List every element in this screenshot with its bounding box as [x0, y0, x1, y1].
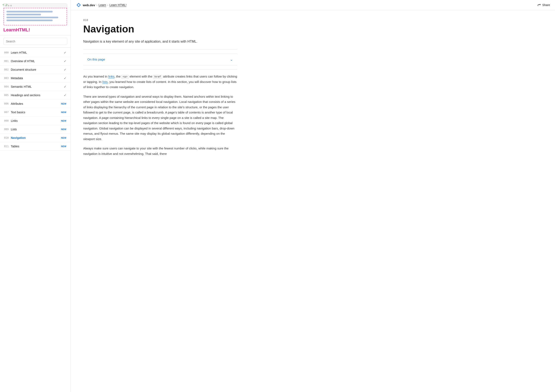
- nav-label: Links: [11, 119, 61, 122]
- browser-line-2: [7, 14, 41, 15]
- sidebar-item-links[interactable]: 008 Links NEW: [0, 117, 71, 125]
- search-area: [0, 35, 71, 48]
- check-icon: ✓: [64, 93, 66, 97]
- sidebar-item-text-basics[interactable]: 007 Text basics NEW: [0, 108, 71, 117]
- nav-label: Attributes: [11, 102, 61, 105]
- nav-label: Navigation: [11, 136, 61, 139]
- sidebar-item-headings[interactable]: 005 Headings and sections ✓: [0, 91, 71, 100]
- nav-number: 004: [4, 85, 11, 88]
- nav-number: 007: [4, 111, 11, 114]
- sidebar-item-learn-html[interactable]: 000 Learn HTML ✓: [0, 49, 71, 57]
- section-number: 010: [83, 19, 237, 21]
- browser-titlebar: [4, 4, 67, 8]
- nav-label: Document structure: [11, 68, 64, 71]
- nav-label: Headings and sections: [11, 93, 64, 97]
- divider-2: [83, 69, 237, 70]
- check-icon: ✓: [64, 51, 66, 54]
- nav-number: 001: [4, 60, 11, 63]
- new-badge: NEW: [61, 136, 66, 139]
- sidebar-item-attributes[interactable]: 006 Attributes NEW: [0, 100, 71, 108]
- check-icon: ✓: [64, 68, 66, 71]
- sidebar-item-semantic[interactable]: 004 Semantic HTML ✓: [0, 83, 71, 91]
- browser-controls: < >: [2, 3, 8, 7]
- nav-number: 011: [4, 145, 11, 148]
- sidebar-logo: LearnHTML!: [3, 27, 67, 33]
- new-badge: NEW: [61, 120, 66, 122]
- share-button[interactable]: Share: [538, 3, 550, 7]
- nav-label: Metadata: [11, 77, 64, 80]
- lists-link[interactable]: lists: [102, 80, 108, 84]
- nav-number: 009: [4, 128, 11, 131]
- sidebar-item-overview[interactable]: 001 Overview of HTML ✓: [0, 57, 71, 65]
- nav-number: 003: [4, 77, 11, 80]
- topbar: web.dev › Learn › Learn HTML! Share: [71, 0, 555, 10]
- webdev-logo-text: web.dev: [83, 3, 95, 7]
- divider-1: [83, 49, 237, 50]
- page-title: Navigation: [83, 23, 237, 35]
- breadcrumb: web.dev › Learn › Learn HTML!: [76, 2, 126, 8]
- page-subtitle: Navigation is a key element of any site …: [83, 39, 237, 44]
- on-this-page-toggle[interactable]: On this page ⌄: [83, 54, 237, 65]
- logo-plain: Learn: [3, 27, 16, 32]
- nav-number: 005: [4, 94, 11, 97]
- main-content: web.dev › Learn › Learn HTML! Share 010 …: [71, 0, 555, 392]
- links-link[interactable]: links: [108, 75, 114, 78]
- chevron-left-icon[interactable]: <: [2, 3, 4, 7]
- sidebar: < > LearnHTML! 000 Learn HTML: [0, 0, 71, 392]
- sidebar-item-metadata[interactable]: 003 Metadata ✓: [0, 74, 71, 83]
- browser-dot-2: [8, 5, 9, 7]
- a-tag-code: <a>: [121, 75, 129, 79]
- browser-content: [4, 8, 67, 25]
- check-icon: ✓: [64, 85, 66, 88]
- share-icon: [538, 3, 541, 7]
- new-badge: NEW: [61, 128, 66, 130]
- nav-label: Lists: [11, 128, 61, 131]
- breadcrumb-learn[interactable]: Learn: [99, 3, 106, 7]
- nav-number: 008: [4, 119, 11, 122]
- chevron-down-icon: ⌄: [230, 57, 233, 62]
- on-this-page-label: On this page: [87, 57, 105, 61]
- check-icon: ✓: [64, 59, 66, 63]
- nav-number: 000: [4, 51, 11, 54]
- browser-line-1: [7, 11, 53, 13]
- sidebar-item-tables[interactable]: 011 Tables NEW: [0, 142, 71, 151]
- breadcrumb-learn-html[interactable]: Learn HTML!: [110, 3, 126, 7]
- body-paragraph-1: As you learned in links, the <a> element…: [83, 74, 237, 90]
- nav-label: Semantic HTML: [11, 85, 64, 88]
- new-badge: NEW: [61, 145, 66, 148]
- nav-label: Tables: [11, 145, 61, 148]
- check-icon: ✓: [64, 77, 66, 80]
- webdev-logo-icon: [76, 2, 81, 8]
- body-paragraph-3: Always make sure users can navigate to y…: [83, 146, 237, 156]
- nav-number: 002: [4, 68, 11, 71]
- sidebar-item-lists[interactable]: 009 Lists NEW: [0, 125, 71, 134]
- new-badge: NEW: [61, 111, 66, 114]
- nav-list: 000 Learn HTML ✓ 001 Overview of HTML ✓ …: [0, 48, 71, 392]
- sidebar-item-document[interactable]: 002 Document structure ✓: [0, 65, 71, 74]
- browser-line-4: [7, 20, 53, 21]
- new-badge: NEW: [61, 102, 66, 105]
- breadcrumb-sep-1: ›: [96, 3, 97, 7]
- logo-colored: HTML!: [16, 27, 30, 32]
- nav-label: Text basics: [11, 111, 61, 114]
- sidebar-item-navigation[interactable]: 010 Navigation NEW: [0, 134, 71, 142]
- article-content: 010 Navigation Navigation is a key eleme…: [71, 10, 250, 392]
- webdev-logo[interactable]: web.dev: [76, 2, 95, 8]
- chevron-right-icon[interactable]: >: [6, 3, 7, 7]
- nav-label: Learn HTML: [11, 51, 64, 54]
- nav-label: Overview of HTML: [11, 59, 64, 63]
- nav-number: 010: [4, 136, 11, 139]
- search-input[interactable]: [3, 38, 67, 45]
- browser-line-3: [7, 17, 58, 18]
- breadcrumb-sep-2: ›: [107, 3, 108, 7]
- nav-number: 006: [4, 102, 11, 105]
- browser-preview: [3, 3, 67, 26]
- href-attr-code: href: [153, 75, 162, 79]
- browser-dot-3: [10, 5, 12, 7]
- body-paragraph-2: There are several types of navigation an…: [83, 94, 237, 142]
- share-label: Share: [542, 3, 550, 7]
- logo-area: < > LearnHTML!: [0, 0, 71, 35]
